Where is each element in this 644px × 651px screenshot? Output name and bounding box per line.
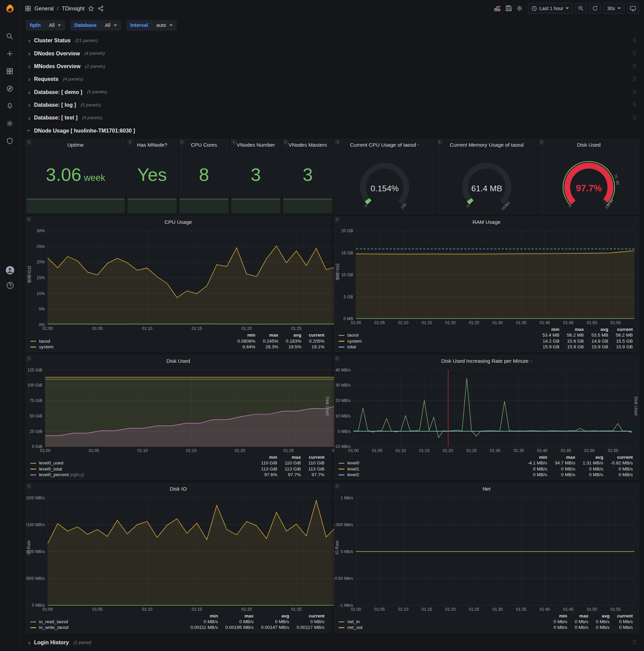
gauge-current-cpu-usage-of-taosd[interactable]: 01000.154% — [335, 150, 434, 213]
dashboard-squares-icon[interactable] — [25, 5, 31, 11]
breadcrumb-folder[interactable]: General — [35, 5, 54, 11]
panel-title[interactable]: Disk Used — [26, 356, 330, 366]
panel-info-icon[interactable]: i — [26, 484, 32, 489]
panel-info-icon[interactable]: i — [231, 140, 236, 145]
refresh-interval-picker[interactable]: 30s — [604, 3, 624, 14]
breadcrumb-dashboard-title[interactable]: TDinsight — [62, 5, 85, 11]
legend-column-header[interactable]: current — [610, 326, 635, 332]
variable-fqdn-select[interactable]: All — [45, 20, 65, 31]
legend-column-header[interactable]: max — [279, 454, 302, 460]
panel-title[interactable]: RAM Usage — [334, 217, 639, 227]
legend-column-header[interactable]: avg — [280, 332, 303, 338]
legend-column-header[interactable]: max — [220, 613, 255, 618]
row-database-test[interactable]: ›Database: [ test ](5 panels) — [26, 112, 639, 124]
grafana-logo[interactable] — [0, 0, 20, 18]
legend-column-header[interactable]: max — [257, 332, 280, 338]
help-icon[interactable] — [5, 281, 14, 289]
panel-title[interactable]: VNodes Masters — [283, 140, 332, 150]
search-icon[interactable] — [5, 32, 14, 41]
dashboards-grid-icon[interactable] — [5, 66, 14, 75]
variable-interval-select[interactable]: auto — [152, 20, 177, 31]
panel-title[interactable]: Current Memory Usage of taosd — [437, 140, 537, 150]
legend-column-header[interactable]: min — [537, 326, 561, 332]
row-drag-handle[interactable] — [633, 115, 637, 120]
row-database-log[interactable]: ›Database: [ log ](5 panels) — [26, 98, 639, 111]
legend-column-header[interactable]: avg — [586, 326, 610, 332]
add-panel-icon[interactable] — [494, 5, 501, 12]
row-login-history[interactable]: › Login History (1 panel) — [26, 636, 639, 648]
legend-column-header[interactable]: min — [522, 454, 549, 460]
legend-column-header[interactable]: current — [303, 332, 326, 338]
refresh-button[interactable] — [589, 3, 601, 14]
panel-info-icon[interactable]: i — [334, 484, 340, 489]
star-icon[interactable] — [88, 5, 94, 11]
series-name[interactable]: io_read_taosd — [39, 619, 68, 624]
series-name[interactable]: taosd — [39, 338, 50, 343]
variable-database-select[interactable]: All — [101, 20, 121, 31]
series-name[interactable]: level2 — [347, 472, 359, 477]
panel-info-icon[interactable]: i — [26, 217, 32, 222]
legend-column-header[interactable]: min — [231, 332, 257, 338]
row-drag-handle[interactable] — [633, 89, 637, 94]
server-admin-shield-icon[interactable] — [5, 136, 14, 145]
series-name[interactable]: level0 — [347, 460, 359, 465]
panel-title[interactable]: Disk IO — [26, 484, 330, 494]
gauge-current-memory-usage-of-taosd[interactable]: 01638461.4 MB — [437, 150, 537, 213]
dashboard-settings-gear-icon[interactable] — [516, 5, 523, 12]
series-name[interactable]: level0_total — [39, 466, 62, 471]
legend-column-header[interactable]: min — [185, 613, 219, 618]
panel-info-icon[interactable]: i — [437, 140, 443, 145]
row-database-demo[interactable]: ›Database: [ demo ](5 panels) — [26, 86, 639, 98]
panel-title[interactable]: Disk Used Increasing Rate per Minute› — [334, 356, 639, 366]
user-avatar[interactable] — [5, 266, 14, 275]
configuration-gear-icon[interactable] — [5, 119, 14, 128]
series-name[interactable]: level0_used — [39, 460, 63, 465]
chart-disk-io[interactable]: 0.00200 MB/s0.00150 MB/s0.00100 MB/s0.00… — [26, 494, 330, 613]
share-icon[interactable] — [97, 5, 104, 11]
panel-title[interactable]: VNodes Number — [231, 140, 281, 150]
row-drag-handle[interactable] — [633, 63, 637, 68]
series-name[interactable]: system — [39, 344, 53, 349]
panel-info-icon[interactable]: i — [334, 217, 340, 222]
panel-title[interactable]: Net — [334, 484, 639, 494]
panel-info-icon[interactable]: i — [539, 140, 544, 145]
series-name[interactable]: level1 — [347, 466, 359, 471]
chart-cpu-usage[interactable]: 30%25%20%15%10%5%0%01:0001:0501:1001:150… — [26, 227, 330, 332]
gauge-disk-used[interactable]: 075809510097.7% — [539, 150, 639, 213]
save-dashboard-icon[interactable] — [506, 5, 512, 12]
legend-column-header[interactable]: min — [548, 613, 569, 618]
row-dnodes-overview[interactable]: ›DNodes Overview(4 panels) — [26, 47, 639, 59]
chart-ram-usage[interactable]: 20 GB15 GB10 GB5 GB0 MB01:0001:0501:1001… — [334, 227, 639, 326]
panel-title[interactable]: CPU Usage — [26, 217, 330, 227]
legend-column-header[interactable]: avg — [590, 613, 611, 618]
legend-column-header[interactable]: min — [255, 454, 279, 460]
series-name[interactable]: level0_percent — [39, 472, 69, 477]
legend-column-header[interactable]: current — [611, 613, 634, 618]
chart-disk-used[interactable]: 125 GiB100 GiB75 GiB50 GiB25 GiB0 GiB97.… — [26, 366, 330, 454]
chart-net[interactable]: 1 Mb/s0.500 Mb/s0 Mb/s-0.50 Mb/s-1 Mb/s0… — [334, 494, 639, 613]
panel-title[interactable]: CPU Cores — [179, 140, 228, 150]
cycle-view-mode-button[interactable] — [627, 3, 639, 14]
zoom-out-button[interactable] — [575, 3, 587, 14]
series-name[interactable]: io_write_taosd — [39, 625, 68, 630]
panel-title[interactable]: Has MNode? — [127, 140, 177, 150]
legend-column-header[interactable]: max — [549, 454, 577, 460]
legend-column-header[interactable]: max — [569, 613, 590, 618]
row-drag-handle[interactable] — [633, 102, 637, 107]
row-mnodes-overview[interactable]: ›MNodes Overview(2 panels) — [26, 60, 639, 72]
panel-info-icon[interactable]: i — [179, 140, 185, 145]
time-range-picker[interactable]: Last 1 hour — [527, 3, 573, 14]
row-drag-handle[interactable] — [633, 51, 637, 56]
create-plus-icon[interactable] — [5, 49, 14, 58]
row-requests[interactable]: ›Requests(4 panels) — [26, 72, 639, 85]
series-name[interactable]: taosd — [347, 333, 358, 338]
panel-info-icon[interactable]: i — [335, 140, 340, 145]
panel-info-icon[interactable]: i — [26, 140, 32, 145]
panel-info-icon[interactable]: i — [127, 140, 133, 145]
series-name[interactable]: total — [347, 344, 356, 349]
legend-column-header[interactable]: avg — [577, 454, 605, 460]
panel-title[interactable]: Uptime — [26, 140, 125, 150]
legend-column-header[interactable]: current — [291, 613, 326, 618]
chart-disk-rate[interactable]: 40 MB/s30 MB/s20 MB/s10 MB/s0 MB/s-10 MB… — [334, 366, 639, 454]
alerting-bell-icon[interactable] — [5, 101, 14, 111]
